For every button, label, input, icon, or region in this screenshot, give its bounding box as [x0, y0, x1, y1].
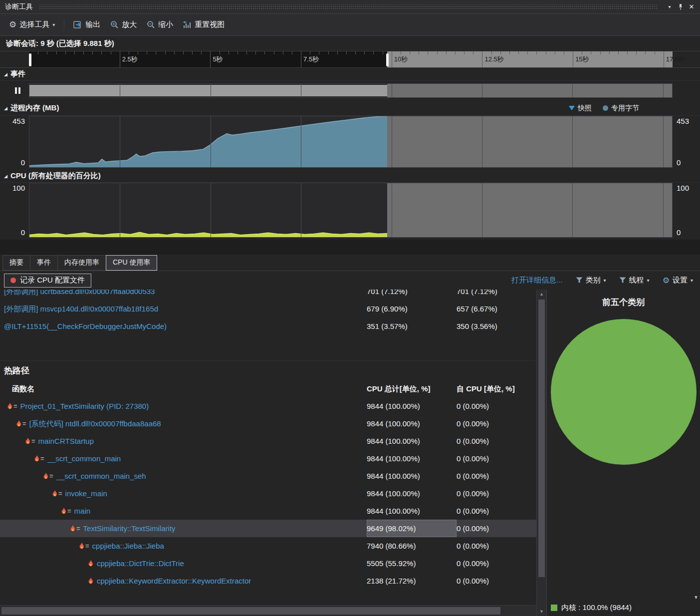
- vertical-scrollbar[interactable]: ▲ ▼: [536, 290, 546, 616]
- tab-summary[interactable]: 摘要: [2, 255, 30, 271]
- hot-path-flame-icon[interactable]: =: [52, 485, 62, 502]
- settings-label: 设置: [673, 276, 688, 285]
- selection-end-handle[interactable]: [386, 53, 389, 66]
- titlebar-grip: [39, 4, 658, 9]
- function-row[interactable]: [外部调用] ucrtbased.dll!0x00007ffaa0d005337…: [0, 290, 536, 300]
- hot-path-flame-icon[interactable]: =: [70, 520, 80, 537]
- call-tree-row[interactable]: =__scrt_common_main_seh9844 (100.00%)0 (…: [0, 467, 536, 485]
- zoom-out-button[interactable]: 缩小: [143, 17, 177, 32]
- function-name-label: __scrt_common_main_seh: [56, 467, 146, 485]
- output-button[interactable]: 输出: [69, 17, 104, 32]
- tab-memory-usage[interactable]: 内存使用率: [57, 255, 106, 271]
- close-button[interactable]: ✕: [686, 1, 697, 12]
- y-min-label: 0: [677, 228, 681, 237]
- hot-path-flame-icon[interactable]: =: [34, 450, 44, 467]
- category-filter-button[interactable]: 类别 ▾: [576, 276, 606, 285]
- open-details-link[interactable]: 打开详细信息...: [511, 276, 563, 285]
- call-tree-row[interactable]: =mainCRTStartup9844 (100.00%)0 (0.00%): [0, 432, 536, 450]
- expander-icon[interactable]: =: [31, 432, 35, 450]
- tab-events[interactable]: 事件: [30, 255, 58, 271]
- ruler-minor-tick: [292, 51, 292, 54]
- titlebar[interactable]: 诊断工具 ▾ ✕: [0, 0, 700, 14]
- call-tree-row[interactable]: =main9844 (100.00%)0 (0.00%): [0, 502, 536, 520]
- cpu-total-value: 9844 (100.00%): [367, 450, 457, 467]
- snapshot-icon: [569, 106, 575, 110]
- memory-section-header: ◢ 进程内存 (MB) 快照 专用字节: [0, 101, 700, 116]
- cpu-chart[interactable]: [29, 183, 673, 238]
- column-function-name[interactable]: 函数名: [0, 380, 367, 397]
- main-toolbar: ⚙ 选择工具 ▾ 输出 放大 缩小 重置视图: [0, 14, 700, 36]
- hot-path-flame-icon[interactable]: =: [43, 467, 53, 485]
- zoom-in-button[interactable]: 放大: [106, 17, 141, 32]
- expander-icon[interactable]: =: [40, 450, 44, 467]
- hot-path-flame-icon[interactable]: =: [16, 415, 26, 432]
- memory-chart[interactable]: [29, 116, 673, 168]
- hot-path-flame-icon[interactable]: [88, 560, 94, 567]
- function-row[interactable]: [外部调用] msvcp140d.dll!0x00007ffab18f165d6…: [0, 300, 536, 317]
- scroll-down-icon[interactable]: ▼: [537, 607, 546, 616]
- unselected-overlay: [387, 116, 672, 167]
- function-name-label: [外部调用] msvcp140d.dll!0x00007ffab18f165d: [4, 300, 158, 317]
- thread-filter-button[interactable]: 线程 ▾: [619, 276, 650, 285]
- events-section-header: ◢ 事件: [0, 68, 700, 81]
- call-tree-row[interactable]: =invoke_main9844 (100.00%)0 (0.00%): [0, 485, 536, 502]
- collapse-icon[interactable]: ◢: [4, 72, 7, 77]
- tab-cpu-usage[interactable]: CPU 使用率: [106, 255, 157, 271]
- expander-icon[interactable]: =: [58, 485, 62, 502]
- record-cpu-profile-label: 记录 CPU 配置文件: [20, 276, 85, 285]
- window-position-menu-button[interactable]: ▾: [664, 1, 675, 12]
- cpu-total-value: 9844 (100.00%): [367, 502, 457, 520]
- cpu-self-value: 0 (0.00%): [457, 572, 536, 590]
- chart-gridline: [120, 183, 120, 237]
- collapse-icon[interactable]: ◢: [4, 174, 7, 179]
- column-cpu-self[interactable]: 自 CPU [单位, %]: [457, 380, 536, 397]
- ruler-tick-label: 10秒: [394, 55, 408, 64]
- zoom-out-icon: [147, 20, 155, 29]
- call-tree-row[interactable]: =__scrt_common_main9844 (100.00%)0 (0.00…: [0, 450, 536, 467]
- chart-gridline: [572, 183, 573, 237]
- events-track[interactable]: [29, 83, 673, 98]
- expander-icon[interactable]: =: [85, 537, 89, 555]
- ruler-minor-tick: [364, 51, 365, 54]
- call-tree-row[interactable]: =[系统代码] ntdll.dll!0x00007ffbdaa8aa689844…: [0, 415, 536, 432]
- pin-button[interactable]: [675, 1, 686, 12]
- ruler-minor-tick: [310, 51, 310, 54]
- ruler-minor-tick: [509, 51, 510, 54]
- column-cpu-total[interactable]: CPU 总计[单位, %]: [367, 380, 457, 397]
- panel-scroll-down-icon[interactable]: ▼: [694, 595, 699, 600]
- horizontal-scrollbar[interactable]: [0, 605, 536, 616]
- scroll-up-icon[interactable]: ▲: [537, 290, 546, 299]
- timeline-ruler[interactable]: 2.5秒5秒7.5秒10秒12.5秒15秒17.5秒: [29, 51, 673, 67]
- hot-path-flame-icon[interactable]: =: [79, 537, 89, 555]
- expander-icon[interactable]: =: [67, 502, 71, 520]
- record-cpu-profile-button[interactable]: 记录 CPU 配置文件: [4, 274, 91, 288]
- vertical-scrollbar-thumb[interactable]: [538, 300, 545, 577]
- function-name: cppjieba::KeywordExtractor::KeywordExtra…: [0, 572, 367, 590]
- settings-button[interactable]: ⚙ 设置 ▾: [663, 276, 693, 285]
- call-tree-row[interactable]: =TextSimilarity::TextSimilarity9649 (98.…: [0, 520, 536, 537]
- hot-path-flame-icon[interactable]: =: [7, 397, 17, 415]
- collapse-icon[interactable]: ◢: [4, 106, 7, 111]
- expander-icon[interactable]: =: [13, 397, 17, 415]
- call-tree-row[interactable]: cppjieba::DictTrie::DictTrie5505 (55.92%…: [0, 555, 536, 572]
- hot-path-flame-icon[interactable]: =: [25, 432, 35, 450]
- cpu-self-value: 350 (3.56%): [457, 317, 536, 335]
- call-tree-row[interactable]: cppjieba::KeywordExtractor::KeywordExtra…: [0, 572, 536, 590]
- function-row[interactable]: @ILT+11515(__CheckForDebuggerJustMyCode)…: [0, 317, 536, 335]
- horizontal-scrollbar-thumb[interactable]: [1, 607, 500, 615]
- hot-path-flame-icon[interactable]: =: [61, 502, 71, 520]
- call-tree-row[interactable]: =cppjieba::Jieba::Jieba7940 (80.66%)0 (0…: [0, 537, 536, 555]
- ruler-minor-tick: [419, 51, 419, 54]
- hot-path-flame-icon[interactable]: [88, 578, 94, 585]
- selection-start-handle[interactable]: [29, 53, 31, 66]
- call-tree-row[interactable]: =Project_01_TextSimilarity (PID: 27380)9…: [0, 397, 536, 415]
- expander-icon[interactable]: =: [22, 415, 26, 432]
- expander-icon[interactable]: =: [76, 520, 80, 537]
- ruler-minor-tick: [319, 51, 319, 54]
- select-tool-button[interactable]: ⚙ 选择工具 ▾: [5, 17, 59, 32]
- reset-view-button[interactable]: 重置视图: [179, 17, 229, 32]
- private-bytes-icon: [603, 105, 608, 111]
- ruler-minor-tick: [346, 51, 347, 54]
- pause-icon[interactable]: [15, 87, 20, 94]
- expander-icon[interactable]: =: [49, 467, 53, 485]
